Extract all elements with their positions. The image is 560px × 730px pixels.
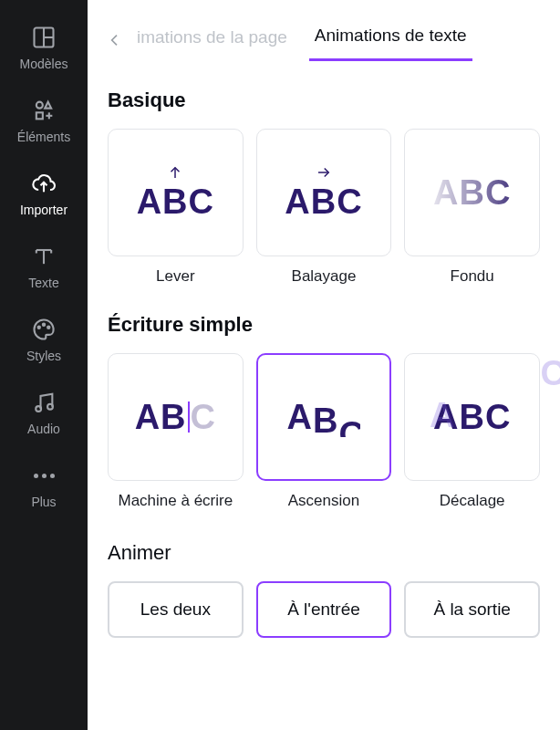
preview-text: ABC bbox=[285, 182, 362, 222]
arrow-up-icon bbox=[167, 164, 183, 181]
back-button[interactable] bbox=[99, 24, 131, 57]
section-title: Écriture simple bbox=[108, 313, 540, 337]
svg-rect-5 bbox=[36, 112, 43, 119]
anim-decalage[interactable]: AABCC Décalage bbox=[404, 353, 540, 510]
sidebar-item-plus[interactable]: Plus bbox=[0, 451, 88, 518]
sidebar-item-styles[interactable]: Styles bbox=[0, 305, 88, 372]
anim-label: Machine à écrire bbox=[118, 492, 233, 510]
section-title: Basique bbox=[108, 89, 540, 112]
music-icon bbox=[30, 389, 57, 416]
animer-option-sortie[interactable]: À la sortie bbox=[404, 581, 540, 638]
sidebar-item-label: Éléments bbox=[17, 130, 70, 144]
palette-icon bbox=[30, 316, 57, 343]
svg-point-16 bbox=[36, 406, 41, 412]
anim-label: Ascension bbox=[288, 492, 359, 510]
sidebar-item-label: Plus bbox=[31, 495, 56, 509]
anim-fondu[interactable]: ABC Fondu bbox=[404, 129, 540, 286]
tab-page-animations[interactable]: imations de la page bbox=[131, 20, 293, 60]
tab-text-animations[interactable]: Animations de texte bbox=[309, 18, 472, 61]
anim-machine-a-ecrire[interactable]: ABC Machine à écrire bbox=[108, 353, 244, 510]
arrow-right-icon bbox=[316, 164, 332, 181]
svg-point-13 bbox=[38, 327, 40, 328]
anim-label: Lever bbox=[156, 267, 195, 286]
sidebar-item-label: Modèles bbox=[20, 57, 68, 71]
sidebar-item-texte[interactable]: Texte bbox=[0, 232, 88, 299]
anim-label: Décalage bbox=[440, 492, 505, 510]
sidebar-item-label: Importer bbox=[20, 203, 67, 217]
sidebar-item-label: Styles bbox=[26, 349, 61, 363]
more-icon bbox=[30, 462, 57, 489]
svg-point-3 bbox=[36, 102, 43, 109]
animer-option-les-deux[interactable]: Les deux bbox=[108, 581, 244, 638]
anim-lever[interactable]: ABC Lever bbox=[108, 129, 244, 286]
preview-text: AB bbox=[287, 398, 361, 437]
svg-marker-4 bbox=[45, 102, 51, 109]
animer-title: Animer bbox=[88, 510, 560, 565]
sidebar-item-importer[interactable]: Importer bbox=[0, 159, 88, 226]
sidebar-item-label: Texte bbox=[28, 276, 58, 290]
animer-option-entree[interactable]: À l'entrée bbox=[256, 581, 392, 638]
templates-icon bbox=[30, 24, 57, 51]
animations-panel: imations de la page Animations de texte … bbox=[88, 0, 560, 730]
anim-label: Fondu bbox=[451, 267, 494, 286]
text-icon bbox=[30, 243, 57, 270]
preview-text: ABC bbox=[135, 398, 216, 437]
svg-point-17 bbox=[47, 404, 53, 410]
preview-text: ABC bbox=[433, 173, 511, 213]
sidebar-item-audio[interactable]: Audio bbox=[0, 378, 88, 445]
tabs-row: imations de la page Animations de texte bbox=[88, 0, 560, 61]
sidebar: Modèles Éléments Importer bbox=[0, 0, 88, 730]
sidebar-item-label: Audio bbox=[27, 422, 60, 436]
anim-balayage[interactable]: ABC Balayage bbox=[256, 129, 392, 286]
cloud-upload-icon bbox=[30, 170, 57, 197]
chevron-left-icon bbox=[108, 33, 122, 47]
sidebar-item-elements[interactable]: Éléments bbox=[0, 86, 88, 153]
animer-options: Les deux À l'entrée À la sortie bbox=[88, 581, 560, 638]
svg-point-15 bbox=[47, 327, 49, 328]
section-ecriture-simple: Écriture simple ABC Machine à écrire AB … bbox=[88, 286, 560, 510]
svg-point-14 bbox=[43, 324, 45, 326]
anim-ascension[interactable]: AB Ascension bbox=[256, 353, 392, 510]
section-basique: Basique ABC Lever ABC Balayage bbox=[88, 61, 560, 286]
sidebar-item-modeles[interactable]: Modèles bbox=[0, 13, 88, 80]
preview-text: AABCC bbox=[433, 398, 511, 437]
preview-text: ABC bbox=[137, 182, 214, 222]
anim-label: Balayage bbox=[292, 267, 357, 286]
shapes-icon bbox=[30, 97, 57, 124]
